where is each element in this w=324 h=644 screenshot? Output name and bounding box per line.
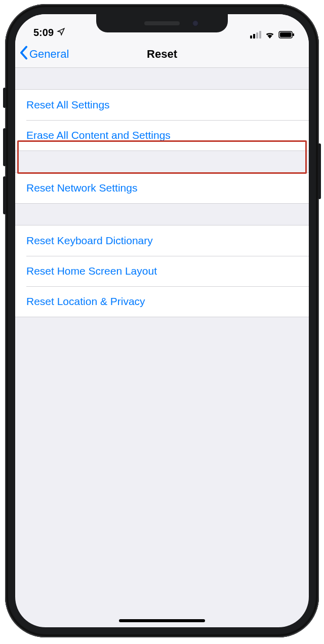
reset-network-settings[interactable]: Reset Network Settings [15, 173, 309, 203]
cellular-signal-icon [250, 31, 261, 39]
status-time: 5:09 [33, 27, 54, 39]
power-button [318, 143, 321, 199]
back-label: General [29, 48, 69, 61]
speaker-grill [144, 21, 180, 25]
row-label: Reset Keyboard Dictionary [26, 235, 153, 247]
wifi-icon [264, 30, 275, 39]
reset-home-screen-layout[interactable]: Reset Home Screen Layout [15, 256, 309, 286]
reset-keyboard-dictionary[interactable]: Reset Keyboard Dictionary [15, 225, 309, 256]
svg-rect-2 [293, 33, 294, 36]
settings-group-3: Reset Keyboard Dictionary Reset Home Scr… [15, 225, 309, 317]
settings-group-1: Reset All Settings Erase All Content and… [15, 89, 309, 151]
svg-rect-1 [280, 32, 292, 36]
location-icon [57, 27, 65, 39]
row-label: Reset Home Screen Layout [26, 265, 157, 277]
nav-bar: General Reset [15, 41, 309, 68]
row-label: Erase All Content and Settings [26, 129, 171, 141]
home-indicator[interactable] [119, 619, 205, 622]
row-label: Reset Location & Privacy [26, 295, 145, 308]
row-label: Reset All Settings [26, 99, 110, 111]
settings-group-2: Reset Network Settings [15, 172, 309, 204]
row-label: Reset Network Settings [26, 182, 137, 194]
mute-switch [3, 88, 6, 108]
page-title: Reset [147, 48, 177, 61]
back-button[interactable]: General [19, 46, 69, 63]
screen: 5:09 Gen [15, 14, 309, 627]
erase-all-content[interactable]: Erase All Content and Settings [15, 120, 309, 150]
device-frame: 5:09 Gen [5, 4, 319, 637]
volume-up-button [3, 128, 6, 166]
volume-down-button [3, 176, 6, 214]
reset-location-privacy[interactable]: Reset Location & Privacy [15, 286, 309, 317]
notch [96, 14, 228, 32]
battery-icon [278, 31, 295, 39]
chevron-left-icon [19, 46, 28, 63]
reset-all-settings[interactable]: Reset All Settings [15, 90, 309, 120]
front-camera [192, 20, 198, 26]
content-area: Reset All Settings Erase All Content and… [15, 89, 309, 317]
